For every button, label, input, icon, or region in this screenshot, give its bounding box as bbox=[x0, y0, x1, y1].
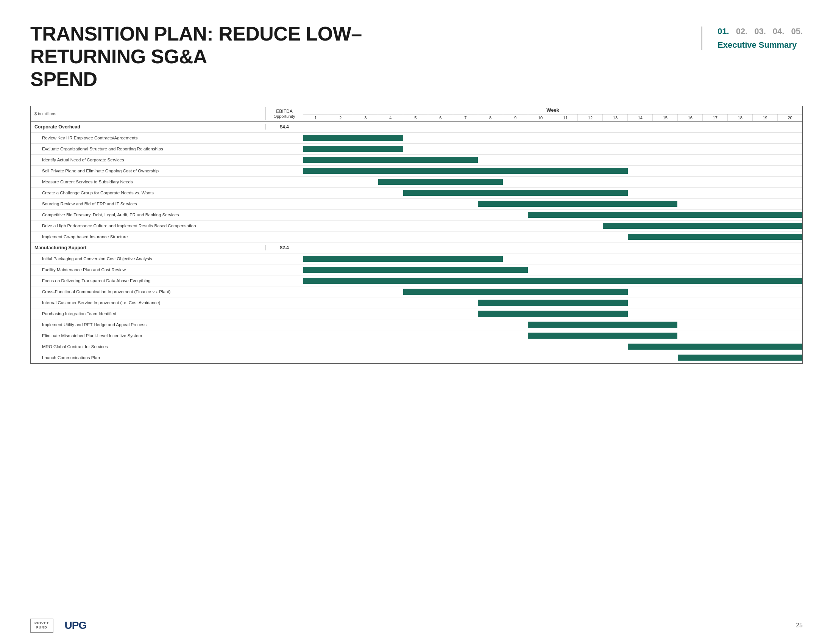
gantt-bar bbox=[403, 190, 628, 196]
gantt-row: Implement Co-op based Insurance Structur… bbox=[31, 232, 802, 242]
row-label: Implement Utility and RET Hedge and Appe… bbox=[31, 321, 265, 328]
row-bar-area bbox=[303, 177, 802, 187]
row-bar-area bbox=[303, 253, 802, 264]
gantt-row: MRO Global Contract for Services bbox=[31, 341, 802, 352]
row-bar-area bbox=[303, 341, 802, 352]
row-label: Competitive Bid Treasury, Debt, Legal, A… bbox=[31, 211, 265, 219]
gantt-body: Corporate Overhead$4.4Review Key HR Empl… bbox=[31, 122, 802, 363]
row-bar-area bbox=[303, 209, 802, 220]
row-bar-area bbox=[303, 143, 802, 154]
row-label: Facility Maintenance Plan and Cost Revie… bbox=[31, 266, 265, 274]
row-bar-area bbox=[303, 264, 802, 275]
week-numbers-row: 1234567891011121314151617181920 bbox=[303, 114, 802, 121]
week-num-20: 20 bbox=[778, 114, 802, 121]
gantt-chart: $ in millions EBITDA Opportunity Week 12… bbox=[30, 106, 803, 364]
page-title: TRANSITION PLAN: REDUCE LOW–RETURNING SG… bbox=[30, 23, 371, 90]
row-label: Focus on Delivering Transparent Data Abo… bbox=[31, 277, 265, 285]
week-num-5: 5 bbox=[403, 114, 428, 121]
week-num-10: 10 bbox=[528, 114, 553, 121]
nav-num-4[interactable]: 04. bbox=[773, 27, 785, 36]
week-num-8: 8 bbox=[478, 114, 503, 121]
gantt-bar bbox=[303, 267, 528, 273]
gantt-bar bbox=[628, 344, 802, 349]
nav-section: 01. 02. 03. 04. 05. Executive Summary bbox=[701, 27, 803, 50]
gantt-row: Initial Packaging and Conversion Cost Ob… bbox=[31, 253, 802, 264]
privet-logo: PRIVET FUND bbox=[30, 618, 53, 633]
gantt-row: Measure Current Services to Subsidiary N… bbox=[31, 177, 802, 188]
section-header-manufacturing: Manufacturing Support$2.4 bbox=[31, 242, 802, 253]
gantt-bar bbox=[303, 135, 403, 141]
gantt-bar bbox=[303, 256, 503, 262]
row-label: Sourcing Review and Bid of ERP and IT Se… bbox=[31, 200, 265, 208]
week-num-1: 1 bbox=[303, 114, 328, 121]
row-bar-area bbox=[303, 330, 802, 341]
gantt-bar bbox=[528, 212, 802, 218]
nav-num-5[interactable]: 05. bbox=[791, 27, 803, 36]
gantt-row: Launch Communications Plan bbox=[31, 352, 802, 363]
row-label: Measure Current Services to Subsidiary N… bbox=[31, 178, 265, 186]
row-bar-area bbox=[303, 275, 802, 286]
nav-num-3[interactable]: 03. bbox=[754, 27, 766, 36]
nav-num-1[interactable]: 01. bbox=[717, 27, 729, 36]
gantt-bar bbox=[378, 179, 503, 185]
gantt-row: Purchasing Integration Team Identified bbox=[31, 308, 802, 319]
row-label: Launch Communications Plan bbox=[31, 354, 265, 361]
upg-logo: UPG bbox=[65, 619, 87, 631]
row-bar-area bbox=[303, 221, 802, 231]
gantt-bar bbox=[628, 234, 802, 240]
gantt-row: Facility Maintenance Plan and Cost Revie… bbox=[31, 264, 802, 275]
week-num-14: 14 bbox=[628, 114, 653, 121]
row-bar-area bbox=[303, 352, 802, 363]
week-num-7: 7 bbox=[453, 114, 478, 121]
week-num-12: 12 bbox=[578, 114, 603, 121]
row-label: Implement Co-op based Insurance Structur… bbox=[31, 233, 265, 241]
section-bar-area-corporate bbox=[303, 122, 802, 132]
gantt-row: Evaluate Organizational Structure and Re… bbox=[31, 143, 802, 155]
row-bar-area bbox=[303, 133, 802, 143]
gantt-bar bbox=[478, 201, 677, 207]
gantt-bar bbox=[303, 168, 628, 174]
section-header-corporate: Corporate Overhead$4.4 bbox=[31, 122, 802, 133]
week-num-3: 3 bbox=[353, 114, 378, 121]
gantt-bar bbox=[478, 299, 627, 306]
gantt-row: Focus on Delivering Transparent Data Abo… bbox=[31, 275, 802, 287]
week-num-16: 16 bbox=[678, 114, 703, 121]
row-bar-area bbox=[303, 188, 802, 198]
row-bar-area bbox=[303, 308, 802, 319]
gantt-bar bbox=[528, 322, 677, 328]
row-label: Cross-Functional Communication Improveme… bbox=[31, 288, 265, 295]
ebitda-col-header: EBITDA Opportunity bbox=[265, 107, 303, 120]
gantt-row: Implement Utility and RET Hedge and Appe… bbox=[31, 319, 802, 330]
gantt-bar bbox=[303, 157, 478, 163]
weeks-header: Week 1234567891011121314151617181920 bbox=[303, 106, 802, 121]
row-label: Drive a High Performance Culture and Imp… bbox=[31, 222, 265, 230]
row-bar-area bbox=[303, 166, 802, 176]
row-bar-area bbox=[303, 287, 802, 297]
section-label-corporate: Corporate Overhead bbox=[31, 123, 265, 131]
nav-num-2[interactable]: 02. bbox=[736, 27, 748, 36]
row-label: Create a Challenge Group for Corporate N… bbox=[31, 189, 265, 196]
page-footer: PRIVET FUND UPG 25 bbox=[30, 618, 803, 633]
gantt-row: Review Key HR Employee Contracts/Agreeme… bbox=[31, 133, 802, 143]
row-bar-area bbox=[303, 232, 802, 242]
week-label: Week bbox=[303, 106, 802, 114]
row-bar-area bbox=[303, 319, 802, 330]
page-number: 25 bbox=[796, 622, 803, 629]
gantt-row: Internal Customer Service Improvement (i… bbox=[31, 297, 802, 308]
gantt-row: Identify Actual Need of Corporate Servic… bbox=[31, 155, 802, 166]
row-label: Initial Packaging and Conversion Cost Ob… bbox=[31, 255, 265, 262]
week-num-18: 18 bbox=[728, 114, 753, 121]
row-label: Identify Actual Need of Corporate Servic… bbox=[31, 156, 265, 164]
gantt-row: Eliminate Mismatched Plant-Level Incenti… bbox=[31, 330, 802, 341]
gantt-row: Drive a High Performance Culture and Imp… bbox=[31, 221, 802, 232]
gantt-bar bbox=[303, 146, 403, 152]
gantt-bar bbox=[603, 223, 802, 229]
week-num-4: 4 bbox=[378, 114, 403, 121]
section-bar-area-manufacturing bbox=[303, 242, 802, 253]
row-label: Sell Private Plane and Eliminate Ongoing… bbox=[31, 167, 265, 175]
week-num-2: 2 bbox=[328, 114, 353, 121]
gantt-bar bbox=[403, 289, 628, 295]
row-label: MRO Global Contract for Services bbox=[31, 343, 265, 350]
page-header: TRANSITION PLAN: REDUCE LOW–RETURNING SG… bbox=[0, 0, 833, 102]
gantt-row: Create a Challenge Group for Corporate N… bbox=[31, 188, 802, 198]
